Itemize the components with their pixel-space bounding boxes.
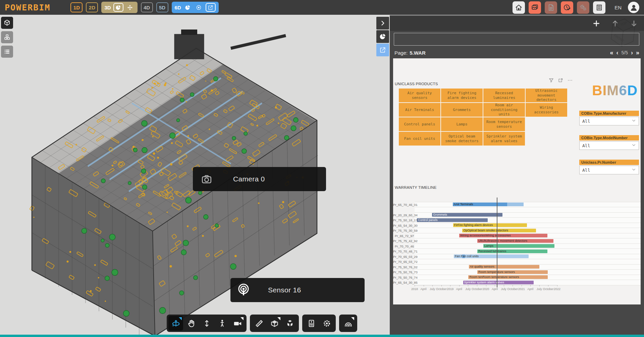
gantt-bar[interactable]: Recessed luminaires: [477, 249, 547, 253]
panel-tab-open-external[interactable]: [376, 44, 389, 56]
properties-tool-button[interactable]: [304, 316, 319, 331]
product-slicer-button[interactable]: Recessed luminaires: [483, 89, 525, 102]
elevation-tool-button[interactable]: [199, 316, 214, 331]
filter-label: COBie.Type.Manufacturer: [579, 111, 639, 116]
filter-select-3[interactable]: All: [579, 166, 639, 174]
document-button[interactable]: [545, 1, 557, 14]
gantt-bar[interactable]: Room tenRoom temperature sensors: [468, 275, 548, 279]
sidebar-modules-tab[interactable]: [1, 31, 13, 43]
sidebar-cube-tab[interactable]: [1, 17, 13, 29]
sensor-icon: [236, 283, 251, 297]
gantt-bar[interactable]: Sprinkler system alarm valves: [463, 281, 534, 284]
product-slicer-button[interactable]: Room temperature sensors: [483, 117, 525, 131]
gears-button[interactable]: [577, 1, 589, 14]
gantt-bar[interactable]: UltUltUltrasonic movement detectors: [477, 239, 553, 243]
filter-group: COBie.Type.ManufacturerAll: [579, 111, 639, 125]
toolbar-group-3: [302, 315, 336, 332]
move-icon[interactable]: [126, 3, 135, 11]
gantt-bar[interactable]: Grommets: [432, 213, 502, 217]
explode-tool-button[interactable]: [282, 316, 297, 331]
more-options-icon[interactable]: [567, 77, 573, 83]
gantt-today-line: [497, 198, 497, 287]
corner-badge: [351, 317, 354, 320]
gantt-bar[interactable]: Wiring accessoriesWiring accessories: [459, 234, 548, 237]
product-slicer-button[interactable]: Grommets: [441, 103, 483, 117]
page-counter: 5/5: [622, 50, 628, 55]
gantt-bar[interactable]: OpOptical beam smoke detectors: [462, 229, 536, 232]
panel-tab-chevron-right[interactable]: [376, 17, 389, 30]
product-slicer-button[interactable]: Wiring accessories: [526, 103, 567, 117]
filter-select-1[interactable]: All: [579, 117, 639, 125]
focus-mode-icon[interactable]: [558, 77, 564, 83]
panel-search-input[interactable]: [394, 33, 639, 46]
walk-tool-button[interactable]: [215, 316, 229, 331]
panel-header: TOP FRONT: [390, 16, 644, 31]
camera-view-tool-button[interactable]: [230, 316, 245, 331]
gantt-axis-tick-label: October: [507, 287, 518, 291]
product-slicer-button[interactable]: Air Terminals: [399, 103, 440, 117]
pie-icon[interactable]: [183, 3, 192, 11]
gantt-bar[interactable]: AAir Terminals: [453, 203, 524, 206]
target-icon[interactable]: [195, 3, 203, 11]
product-slicer-button[interactable]: Ultrasonic movement detectors: [526, 89, 567, 102]
gantt-bar[interactable]: Control panels: [417, 218, 487, 222]
gantt-axis-tick-label: April: [456, 287, 462, 291]
next-page-button[interactable]: ›: [631, 49, 633, 56]
section-tool-button[interactable]: [267, 316, 282, 331]
product-slicer-button[interactable]: Sprinkler system alarm valves: [483, 132, 525, 146]
product-slicer-button[interactable]: Control panels: [399, 117, 440, 131]
gantt-bar[interactable]: Air quality sensors: [469, 265, 539, 269]
dim-button-4d[interactable]: 4D: [141, 2, 153, 12]
gantt-bar[interactable]: FirFire fighting alarm devices: [453, 223, 527, 227]
user-avatar[interactable]: [628, 2, 639, 13]
building-button[interactable]: [593, 1, 605, 14]
dim-group-3d[interactable]: 3D: [101, 2, 137, 13]
dim-button-2d[interactable]: 2D: [86, 2, 98, 12]
dim-group-6d[interactable]: 6D: [172, 2, 219, 13]
gantt-bar[interactable]: Lamps: [483, 244, 554, 248]
chevron-down-icon: [632, 143, 636, 148]
last-page-button[interactable]: »: [636, 49, 639, 56]
viewer-3d[interactable]: Camera 0 Sensor 16: [0, 15, 390, 335]
product-slicer-button[interactable]: Lamps: [441, 117, 483, 131]
product-slicer-button[interactable]: Fire fighting alarm devices: [441, 89, 483, 102]
dim-button-5d[interactable]: 5D: [156, 2, 168, 12]
pie-icon[interactable]: [113, 3, 123, 12]
gallery-button[interactable]: [529, 1, 541, 14]
add-button[interactable]: [592, 19, 600, 27]
gantt-axis-tick-label: 2019: [447, 287, 453, 291]
sensors-tool-button[interactable]: [341, 316, 356, 331]
product-slicer-button[interactable]: Room air conditioning units: [483, 103, 525, 117]
gantt-bar-label: Room tenRoom temperature sensors: [469, 275, 519, 279]
language-selector[interactable]: EN: [614, 5, 622, 10]
gantt-bar-label: Wiring accessoriesWiring accessories: [460, 234, 511, 237]
filter-icon[interactable]: [548, 77, 554, 83]
home-button[interactable]: [513, 1, 525, 14]
app-logo: POWERBIM: [5, 3, 50, 12]
gantt-bar[interactable]: Room temperature sensors: [477, 270, 548, 274]
orbit-tool-button[interactable]: [168, 316, 183, 331]
gantt-bar[interactable]: Fan Fan coil units: [454, 255, 529, 258]
first-page-button[interactable]: «: [610, 49, 613, 56]
filter-value: All: [582, 168, 590, 173]
product-slicer-button[interactable]: Air quality sensors: [399, 89, 440, 102]
sidebar-list-tab[interactable]: [1, 46, 13, 58]
status-accent-bar: [0, 335, 644, 337]
dim-button-1d[interactable]: 1D: [70, 2, 83, 12]
filter-select-2[interactable]: All: [579, 141, 639, 150]
pan-hand-tool-button[interactable]: [184, 316, 199, 331]
product-slicer-button[interactable]: Fan coil units: [399, 132, 440, 146]
gantt-row-label: Pr_65_54_30_30: [393, 224, 414, 227]
open-external-icon[interactable]: [206, 3, 216, 12]
toolbar-group-4: [339, 315, 357, 332]
gantt-bar-label: UltUltUltrasonic movement detectors: [478, 239, 527, 242]
gantt-row-label: Pr_20_29_60_34: [393, 213, 414, 217]
clock-check-button[interactable]: [561, 1, 573, 14]
settings-tool-button[interactable]: [319, 316, 334, 331]
product-slicer-button[interactable]: Optical beam smoke detectors: [441, 132, 483, 146]
panel-tab-pie[interactable]: [376, 30, 389, 43]
gantt-axis-tick-label: July: [501, 287, 506, 291]
page-label: Page:: [394, 50, 408, 56]
measure-tool-button[interactable]: [252, 316, 266, 331]
prev-page-button[interactable]: ‹: [616, 49, 619, 56]
